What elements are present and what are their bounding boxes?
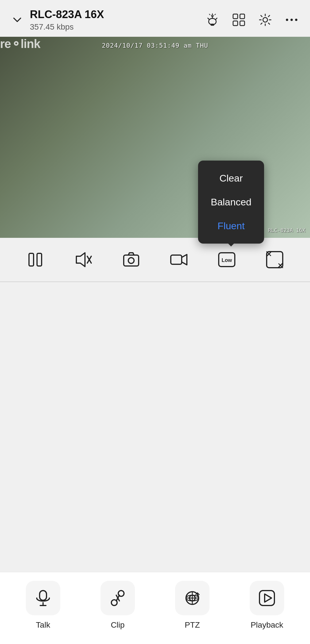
svg-rect-10 [240,14,245,19]
playback-icon-wrap [250,581,284,615]
controls-bar: Low [0,238,310,281]
svg-rect-44 [259,591,274,606]
quality-fluent[interactable]: Fluent [198,214,264,238]
svg-line-4 [216,18,217,20]
header-left: RLC-823A 16X 357.45 kbps [10,8,204,32]
svg-marker-25 [182,254,187,265]
screenshot-button[interactable] [120,248,143,271]
svg-point-16 [295,19,297,21]
mute-button[interactable] [72,248,95,271]
playback-label: Playback [251,620,283,630]
settings-button[interactable] [257,12,273,28]
header: RLC-823A 16X 357.45 kbps [0,0,310,37]
svg-rect-9 [233,14,238,19]
tab-clip[interactable]: Clip [80,581,155,630]
camera-info: RLC-823A 16X 357.45 kbps [30,8,104,32]
bottom-tab-bar: Talk Clip [0,572,310,644]
tab-talk[interactable]: Talk [6,581,80,630]
svg-point-5 [212,15,213,17]
camera-bitrate: 357.45 kbps [30,22,104,32]
svg-point-13 [263,18,268,22]
quality-clear[interactable]: Clear [198,166,264,190]
clip-icon [108,589,127,607]
back-button[interactable] [10,13,24,27]
ptz-label: PTZ [185,620,200,630]
talk-label: Talk [36,620,50,630]
video-feed[interactable]: 2024/10/17 03:51:49 am THU re⚬link RLC-8… [0,37,310,238]
record-button[interactable] [167,248,190,271]
svg-text:Low: Low [222,257,232,263]
svg-rect-11 [233,21,238,26]
svg-rect-22 [124,255,139,266]
grid-view-button[interactable] [231,12,247,28]
svg-rect-18 [37,253,42,266]
svg-line-3 [208,18,209,20]
tab-playback[interactable]: Playback [230,581,304,630]
more-options-button[interactable] [284,12,300,28]
camera-name: RLC-823A 16X [30,8,104,21]
quality-balanced[interactable]: Balanced [198,190,264,214]
svg-point-14 [286,19,288,21]
svg-point-15 [290,19,293,21]
header-right [204,12,300,28]
main-content [0,282,310,541]
svg-rect-12 [240,21,245,26]
video-camera-label: RLC-823A 16X [268,227,305,233]
quality-button[interactable]: Low [215,248,238,271]
quality-popup: Clear Balanced Fluent [198,161,264,244]
playback-icon [258,589,276,607]
video-timestamp: 2024/10/17 03:51:49 am THU [102,42,208,49]
svg-marker-45 [265,594,272,602]
clip-label: Clip [111,620,125,630]
ptz-icon-wrap [175,581,210,615]
ptz-icon [183,589,202,607]
svg-rect-17 [29,253,34,266]
svg-rect-24 [171,255,182,264]
mic-icon [34,589,52,607]
svg-point-23 [128,258,134,263]
svg-line-7 [215,14,216,15]
pause-button[interactable] [24,248,47,271]
svg-rect-31 [40,591,46,600]
svg-line-6 [209,14,210,15]
clip-icon-wrap [100,581,135,615]
tab-ptz[interactable]: PTZ [155,581,230,630]
alarm-button[interactable] [204,12,220,28]
fullscreen-button[interactable] [263,248,286,271]
svg-marker-19 [76,253,85,267]
talk-icon-wrap [26,581,60,615]
